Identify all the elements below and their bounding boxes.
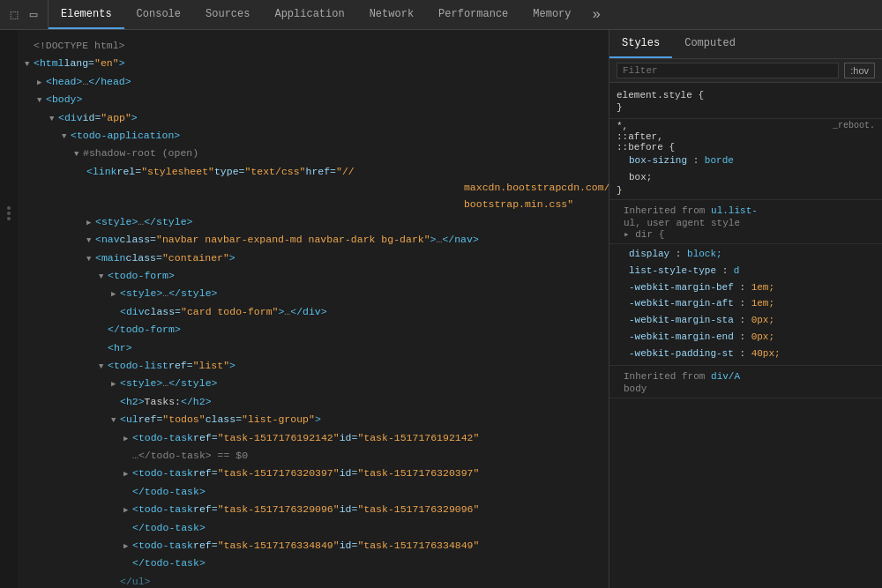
inspect-icon[interactable]: ⬚ — [7, 8, 21, 22]
code-line[interactable]: <todo-list ref="list"> — [18, 357, 609, 375]
expand-icon[interactable] — [123, 433, 132, 445]
code-line[interactable]: <!DOCTYPE html> — [18, 37, 609, 55]
expand-icon[interactable] — [25, 58, 34, 71]
main-content: <!DOCTYPE html> <html lang="en"> <head>…… — [0, 30, 882, 588]
expand-icon[interactable] — [49, 113, 58, 125]
right-tabs: Styles Computed — [609, 30, 882, 59]
filter-input[interactable] — [617, 63, 839, 78]
sidebar-dot — [7, 206, 11, 210]
tab-sources[interactable]: Sources — [193, 0, 262, 29]
code-line[interactable]: <hr> — [18, 339, 609, 357]
devtools-toolbar: ⬚ ▭ Elements Console Sources Application… — [0, 0, 882, 30]
expand-icon[interactable] — [111, 288, 120, 301]
tab-performance[interactable]: Performance — [426, 0, 520, 29]
code-line[interactable]: </ul> — [18, 573, 609, 588]
expand-icon[interactable] — [74, 148, 83, 160]
expand-icon[interactable] — [123, 468, 132, 480]
expand-icon[interactable] — [99, 271, 108, 283]
code-line[interactable]: </todo-form> — [18, 321, 609, 339]
code-line[interactable]: <style>…</style> — [18, 375, 609, 392]
tab-elements[interactable]: Elements — [49, 0, 124, 29]
expand-icon[interactable] — [111, 378, 120, 391]
tab-bar: Elements Console Sources Application Net… — [49, 0, 882, 29]
code-line[interactable]: …</todo-task> == $0 — [18, 447, 609, 465]
html-panel: <!DOCTYPE html> <html lang="en"> <head>…… — [18, 30, 609, 588]
code-line[interactable]: </todo-task> — [18, 555, 609, 572]
tab-computed[interactable]: Computed — [672, 30, 748, 58]
expand-icon[interactable] — [37, 77, 46, 89]
code-line[interactable]: #shadow-root (open) — [18, 145, 609, 162]
code-line[interactable]: <nav class="navbar navbar-expand-md navb… — [18, 231, 609, 249]
code-line[interactable]: <todo-application> — [18, 127, 609, 145]
left-sidebar — [0, 30, 18, 588]
code-line[interactable]: <style>…</style> — [18, 213, 609, 231]
tab-application[interactable]: Application — [262, 0, 356, 29]
code-line[interactable]: <div id="app"> — [18, 109, 609, 127]
tab-network[interactable]: Network — [357, 0, 426, 29]
code-line[interactable]: <main class="container"> — [18, 249, 609, 267]
expand-icon[interactable] — [62, 130, 71, 143]
tab-memory[interactable]: Memory — [520, 0, 583, 29]
code-line[interactable]: </todo-task> — [18, 519, 609, 537]
tab-styles[interactable]: Styles — [609, 30, 672, 58]
toolbar-icons: ⬚ ▭ — [0, 0, 49, 29]
device-icon[interactable]: ▭ — [26, 8, 41, 22]
code-line[interactable]: <todo-task ref="task-1517176320397" id="… — [18, 465, 609, 482]
tab-console[interactable]: Console — [124, 0, 193, 29]
style-block-inherited-body: Inherited from div/A body — [609, 366, 882, 398]
style-block-dir: display : block; list-style-type : d -we… — [609, 244, 882, 366]
code-line[interactable]: <todo-form> — [18, 267, 609, 285]
right-panel: Styles Computed :hov element.style { } *… — [609, 30, 882, 588]
expand-icon[interactable] — [123, 540, 132, 553]
code-line[interactable]: <todo-task ref="task-1517176329096" id="… — [18, 501, 609, 518]
code-line[interactable]: <head>…</head> — [18, 73, 609, 91]
code-line[interactable]: <body> — [18, 91, 609, 108]
filter-bar: :hov — [609, 59, 882, 83]
code-line[interactable]: </todo-task> — [18, 483, 609, 501]
style-block-element: element.style { } — [609, 88, 882, 119]
code-line[interactable]: <ul ref="todos" class="list-group"> — [18, 411, 609, 428]
code-line[interactable]: <html lang="en"> — [18, 55, 609, 72]
expand-icon[interactable] — [37, 94, 46, 107]
code-line[interactable]: <link rel="stylesheet" type="text/css" h… — [18, 163, 609, 213]
code-line[interactable]: <todo-task ref="task-1517176192142" id="… — [18, 429, 609, 447]
expand-icon[interactable] — [86, 217, 95, 229]
expand-icon[interactable] — [86, 253, 95, 265]
sidebar-dot — [7, 212, 11, 215]
code-line[interactable]: <todo-task ref="task-1517176334849" id="… — [18, 537, 609, 555]
code-line[interactable]: <style>…</style> — [18, 285, 609, 302]
sidebar-dot — [7, 217, 11, 220]
style-block-inherited-ul: Inherited from ul.list- ul, user agent s… — [609, 200, 882, 244]
code-line[interactable]: <div class="card todo-form">…</div> — [18, 303, 609, 321]
more-tabs-button[interactable]: » — [584, 0, 610, 29]
expand-icon[interactable] — [86, 234, 95, 247]
hov-button[interactable]: :hov — [844, 63, 875, 78]
expand-icon[interactable] — [99, 361, 108, 373]
styles-content: element.style { } *, _reboot. ::after, :… — [609, 83, 882, 588]
code-line[interactable]: <h2>Tasks:</h2> — [18, 393, 609, 411]
style-block-universal: *, _reboot. ::after, ::before { box-sizi… — [609, 119, 882, 200]
expand-icon[interactable] — [111, 414, 120, 427]
expand-icon[interactable] — [123, 504, 132, 517]
